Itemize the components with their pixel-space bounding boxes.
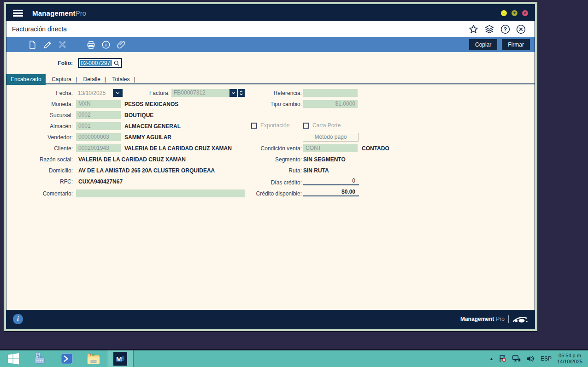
moneda-label: Moneda: xyxy=(13,101,73,107)
delete-x-icon[interactable] xyxy=(58,40,67,49)
volume-icon[interactable] xyxy=(526,355,535,363)
footer-logo-icon xyxy=(512,315,528,323)
sucursal-desc: BOUTIQUE xyxy=(124,112,153,118)
server-manager-button[interactable] xyxy=(27,350,53,367)
windows-logo-icon xyxy=(7,352,20,365)
fecha-label: Fecha: xyxy=(13,90,73,96)
edit-pencil-icon[interactable] xyxy=(43,40,52,49)
comentario-label: Comentario: xyxy=(13,190,73,197)
ruta-label: Ruta: xyxy=(233,167,302,174)
info-icon[interactable] xyxy=(101,40,111,49)
credito-disponible-label: Crédito disponible: xyxy=(233,190,302,197)
clock[interactable]: 05:54 p.m. 14/10/2025 xyxy=(557,353,584,365)
toolbar: Copiar Firmar xyxy=(6,37,535,52)
file-explorer-button[interactable] xyxy=(80,350,107,367)
minimize-button[interactable]: – xyxy=(501,10,507,16)
system-tray: ▲ ESP 05:54 p.m. 14/10/2025 xyxy=(489,350,588,367)
condicion-venta-label: Condición venta: xyxy=(233,145,302,152)
domicilio-label: Domicilio: xyxy=(13,167,73,174)
factura-label: Factura: xyxy=(123,90,170,96)
footer-brand-divider xyxy=(508,315,509,323)
carta-porte-label: Carta Porte xyxy=(312,122,341,129)
segmento-value: SIN SEGMENTO xyxy=(303,156,346,163)
powershell-button[interactable] xyxy=(53,350,80,367)
page-title: Facturación directa xyxy=(12,25,67,33)
maximize-button[interactable]: + xyxy=(512,10,517,16)
page-header: Facturación directa ? xyxy=(6,21,535,37)
tab-detalle[interactable]: Detalle xyxy=(79,74,104,85)
clock-date: 14/10/2025 xyxy=(557,359,582,365)
condicion-venta-desc: CONTADO xyxy=(362,145,389,152)
clock-time: 05:54 p.m. xyxy=(557,353,582,359)
tab-separator: | xyxy=(105,74,106,83)
footer-brand-light: Pro xyxy=(496,316,505,322)
copiar-button[interactable]: Copiar xyxy=(469,39,497,50)
dias-credito-value: 0 xyxy=(303,178,359,185)
print-icon[interactable] xyxy=(86,40,95,49)
segmento-label: Segmento: xyxy=(233,156,302,163)
tipo-cambio-label: Tipo cambio: xyxy=(233,101,302,107)
taskbar: M8 ▲ ESP 05:54 p.m. 14/10/2025 xyxy=(0,349,588,367)
managementpro-taskbar-button[interactable]: M8 xyxy=(107,350,134,367)
exportacion-checkbox[interactable]: Exportación xyxy=(251,122,289,129)
tab-separator: | xyxy=(76,74,77,83)
footer-info-icon[interactable]: i xyxy=(13,314,23,324)
sucursal-field[interactable]: 0002 xyxy=(76,111,121,119)
favorite-star-icon[interactable] xyxy=(468,24,479,35)
language-indicator[interactable]: ESP xyxy=(540,355,553,362)
layers-icon[interactable] xyxy=(484,24,495,35)
razon-social-value: VALERIA DE LA CARIDAD CRUZ XAMAN xyxy=(78,156,186,163)
tab-captura[interactable]: Captura xyxy=(47,74,76,85)
checkbox-box[interactable] xyxy=(303,123,309,129)
credito-disponible-value: $0.00 xyxy=(303,189,359,196)
referencia-field[interactable] xyxy=(303,89,358,97)
vendedor-label: Vendedor: xyxy=(13,134,73,141)
folio-value: 02-0007297 xyxy=(80,60,111,66)
search-icon[interactable] xyxy=(113,60,120,66)
tab-encabezado[interactable]: Encabezado xyxy=(6,74,46,85)
exportacion-label: Exportación xyxy=(260,122,289,129)
almacen-desc: ALMACEN GENERAL xyxy=(124,123,181,130)
new-document-icon[interactable] xyxy=(28,40,37,49)
close-window-button[interactable]: × xyxy=(522,10,528,16)
server-manager-icon xyxy=(33,352,47,366)
brand-name-light: Pro xyxy=(76,9,86,17)
svg-text:?: ? xyxy=(504,26,507,32)
almacen-field[interactable]: 0001 xyxy=(76,122,121,130)
status-bar: i ManagementPro xyxy=(6,310,535,328)
menu-icon[interactable] xyxy=(13,8,23,18)
fecha-value[interactable]: 13/10/2025 xyxy=(78,90,106,96)
help-icon[interactable]: ? xyxy=(500,24,511,35)
carta-porte-checkbox[interactable]: Carta Porte xyxy=(303,122,341,129)
form-area: Folio: 02-0007297 Encabezado Captura| De… xyxy=(6,52,535,310)
rfc-value: CUXA940427N67 xyxy=(78,178,123,185)
metodo-pago-button[interactable]: Método pago xyxy=(303,133,359,142)
firmar-button[interactable]: Firmar xyxy=(502,39,530,50)
checkbox-box[interactable] xyxy=(251,123,257,129)
start-button[interactable] xyxy=(0,350,27,367)
action-center-flag-icon[interactable] xyxy=(498,355,507,363)
network-icon[interactable] xyxy=(512,355,521,363)
razon-social-label: Razón social: xyxy=(13,156,73,163)
rfc-label: RFC: xyxy=(13,178,73,185)
close-page-icon[interactable] xyxy=(516,24,526,35)
brand-name-bold: Management xyxy=(32,9,76,17)
moneda-field[interactable]: MXN xyxy=(76,100,121,108)
dias-credito-label: Días crédito: xyxy=(233,179,302,186)
tab-separator: | xyxy=(134,74,135,83)
domicilio-value: AV DE LA AMISTAD 265 20A CLUSTER ORQUIDE… xyxy=(78,167,215,174)
cliente-field[interactable]: 0002001943 xyxy=(76,144,121,152)
ruta-value: SIN RUTA xyxy=(303,167,329,174)
vendedor-field[interactable]: 0000000003 xyxy=(76,133,121,141)
comentario-field[interactable] xyxy=(76,189,245,197)
tipo-cambio-field[interactable]: $1.0000 xyxy=(303,100,358,108)
folio-search-field[interactable]: 02-0007297 xyxy=(78,58,122,68)
tab-totales[interactable]: Totales xyxy=(108,74,134,85)
condicion-venta-field[interactable]: CONT xyxy=(303,144,358,152)
factura-field[interactable]: FB00007312 xyxy=(171,89,229,97)
powershell-icon xyxy=(60,352,74,365)
attachment-paperclip-icon[interactable] xyxy=(117,40,126,49)
hidden-icons-arrow[interactable]: ▲ xyxy=(489,356,494,361)
cliente-label: Cliente: xyxy=(13,145,73,152)
fecha-dropdown-button[interactable] xyxy=(113,89,123,97)
